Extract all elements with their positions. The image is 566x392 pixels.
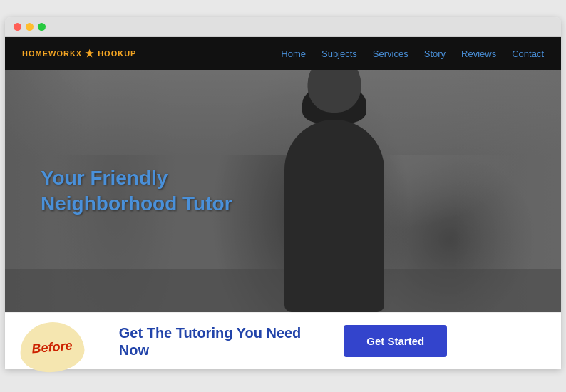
cta-text: Get The Tutoring You Need Now [119,324,302,359]
navbar: HOMEWORKX ★ HOOKUP Home Subjects Service… [5,37,561,70]
nav-link-subjects[interactable]: Subjects [321,48,357,59]
nav-item-subjects[interactable]: Subjects [321,47,357,60]
cta-bar: Get The Tutoring You Need Now Get Starte… [5,312,561,369]
navbar-brand: HOMEWORKX ★ HOOKUP [22,48,136,59]
hero-title: Your Friendly Neighborhood Tutor [41,165,232,217]
before-label: Before [31,338,73,356]
nav-item-home[interactable]: Home [281,47,306,60]
hero-title-line2: Neighborhood Tutor [41,191,232,217]
get-started-button[interactable]: Get Started [344,325,447,357]
cta-text-line2: Now [119,341,302,359]
browser-titlebar [5,17,561,37]
nav-item-reviews[interactable]: Reviews [461,47,496,60]
browser-dot-green[interactable] [38,23,46,31]
nav-item-contact[interactable]: Contact [512,47,544,60]
nav-item-services[interactable]: Services [373,47,408,60]
nav-item-story[interactable]: Story [424,47,446,60]
brand-text-right: HOOKUP [98,49,136,58]
hero-text: Your Friendly Neighborhood Tutor [41,165,232,217]
hero-section: Your Friendly Neighborhood Tutor [5,70,561,312]
nav-link-home[interactable]: Home [281,48,306,59]
nav-link-story[interactable]: Story [424,48,446,59]
nav-link-reviews[interactable]: Reviews [461,48,496,59]
nav-link-services[interactable]: Services [373,48,408,59]
hero-title-line1: Your Friendly [41,165,232,191]
browser-content: HOMEWORKX ★ HOOKUP Home Subjects Service… [5,37,561,369]
navbar-links: Home Subjects Services Story Reviews Con… [281,47,544,60]
browser-dot-yellow[interactable] [26,23,34,31]
browser-dot-red[interactable] [14,23,21,31]
nav-link-contact[interactable]: Contact [512,48,544,59]
cta-text-line1: Get The Tutoring You Need [119,324,302,341]
brand-text-left: HOMEWORKX [22,49,82,58]
brand-star-icon: ★ [85,48,95,59]
